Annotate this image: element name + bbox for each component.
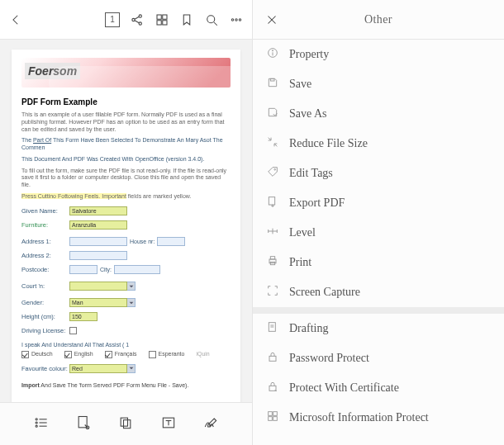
document-area[interactable]: Foersom PDF Form Example This is an exam… xyxy=(0,40,252,402)
english-checkbox[interactable] xyxy=(64,351,72,358)
svg-line-10 xyxy=(214,22,217,26)
copy-icon[interactable] xyxy=(117,414,134,433)
svg-rect-42 xyxy=(270,257,274,259)
print-icon xyxy=(266,254,279,271)
export-icon xyxy=(266,195,279,211)
menu-label: Property xyxy=(289,48,329,61)
separator xyxy=(253,307,504,314)
svg-point-16 xyxy=(36,422,37,424)
favcolour-label: Favourite colour: xyxy=(21,365,69,372)
height-input[interactable]: 150 xyxy=(69,312,97,321)
svg-rect-50 xyxy=(273,412,278,416)
chevron-down-icon xyxy=(127,364,136,373)
menu-save-as[interactable]: Save As xyxy=(253,99,504,129)
svg-point-1 xyxy=(139,14,141,17)
chevron-down-icon xyxy=(127,282,136,291)
menu-label: Save xyxy=(289,78,311,91)
back-icon[interactable] xyxy=(8,12,23,27)
share-icon[interactable] xyxy=(130,12,145,27)
other-menu-panel: Other Property Save Save As Reduce File … xyxy=(252,0,504,445)
svg-rect-36 xyxy=(269,197,274,205)
address1-input[interactable] xyxy=(69,237,127,246)
save-icon xyxy=(266,76,279,92)
lock-icon xyxy=(266,350,279,367)
housenr-input[interactable] xyxy=(157,237,185,246)
language-row: Deutsch English Français Esperanto iQuin xyxy=(21,349,231,362)
svg-rect-22 xyxy=(121,418,128,426)
address2-label: Address 2: xyxy=(21,252,69,259)
svg-line-33 xyxy=(269,138,271,140)
menu-save[interactable]: Save xyxy=(253,69,504,99)
certificate-icon xyxy=(266,380,279,396)
page-edit-icon[interactable] xyxy=(75,414,92,433)
openoffice-line: This Document And PDF Was Created With O… xyxy=(21,156,231,163)
given-name-input[interactable]: Salvatore xyxy=(69,206,127,215)
pdf-page: Foersom PDF Form Example This is an exam… xyxy=(12,50,240,402)
more-icon[interactable] xyxy=(229,12,244,27)
menu-protect-certificate[interactable]: Protect With Certificate xyxy=(253,373,504,403)
list-icon[interactable] xyxy=(33,414,50,433)
given-name-label: Given Name: xyxy=(21,207,69,215)
other-header: Other xyxy=(253,0,504,40)
city-label: City: xyxy=(100,267,112,272)
svg-point-2 xyxy=(139,21,141,24)
svg-rect-32 xyxy=(270,78,274,81)
svg-line-4 xyxy=(135,20,139,22)
menu-label: Microsoft Information Protect xyxy=(289,411,429,424)
menu-label: Edit Tags xyxy=(289,167,333,180)
francais-checkbox[interactable] xyxy=(105,351,112,358)
bottom-toolbar xyxy=(0,402,252,445)
city-input[interactable] xyxy=(114,265,160,274)
menu-edit-tags[interactable]: Edit Tags xyxy=(253,159,504,188)
deutsch-checkbox[interactable] xyxy=(21,351,29,358)
court-select[interactable] xyxy=(69,282,136,291)
svg-point-9 xyxy=(207,15,215,22)
svg-rect-7 xyxy=(157,20,161,24)
svg-point-31 xyxy=(272,50,273,51)
panel-title: Other xyxy=(279,13,478,26)
postcode-label: Postcode: xyxy=(21,266,69,273)
menu-reduce-size[interactable]: Reduce File Size xyxy=(253,129,504,159)
menu-list: Property Save Save As Reduce File Size E… xyxy=(253,40,504,445)
top-toolbar: 1 xyxy=(0,0,252,40)
esperanto-checkbox[interactable] xyxy=(149,351,156,358)
thumbnails-icon[interactable] xyxy=(155,12,169,27)
draft-icon xyxy=(266,320,279,337)
gender-select[interactable]: Man xyxy=(69,298,136,307)
postcode-input[interactable] xyxy=(69,265,97,274)
viewer-pane: 1 Foersom PDF Form Example This is an ex… xyxy=(0,0,252,445)
menu-label: Level xyxy=(289,226,316,239)
required-text: Press Cuttino Fottowing Feels. Important… xyxy=(21,193,231,201)
driving-checkbox[interactable] xyxy=(69,327,77,334)
menu-level[interactable]: Level xyxy=(253,218,504,248)
svg-point-0 xyxy=(132,18,135,21)
search-icon[interactable] xyxy=(204,12,219,27)
menu-label: Save As xyxy=(289,107,327,121)
svg-line-34 xyxy=(274,144,277,146)
height-label: Height (cm): xyxy=(21,313,69,320)
close-icon[interactable] xyxy=(264,12,279,27)
address2-input[interactable] xyxy=(69,251,127,260)
menu-drafting[interactable]: Drafting xyxy=(253,314,504,343)
menu-print[interactable]: Print xyxy=(253,248,504,277)
furniture-input[interactable]: Aranzulla xyxy=(69,220,127,230)
menu-property[interactable]: Property xyxy=(253,40,504,69)
menu-label: Export PDF xyxy=(289,196,345,210)
favcolour-select[interactable]: Red xyxy=(69,364,136,373)
menu-screen-capture[interactable]: Screen Capture xyxy=(253,277,504,307)
svg-rect-52 xyxy=(273,417,278,421)
signature-icon[interactable] xyxy=(202,414,219,433)
bookmark-icon[interactable] xyxy=(179,12,194,27)
chevron-down-icon xyxy=(127,298,136,307)
menu-label: Password Protect xyxy=(289,352,369,365)
grid-icon xyxy=(266,409,279,426)
fillout-text: To fill out the form, make sure the PDF … xyxy=(21,168,231,189)
svg-rect-51 xyxy=(269,417,273,421)
svg-rect-23 xyxy=(124,420,131,428)
menu-password-protect[interactable]: Password Protect xyxy=(253,343,504,373)
text-icon[interactable] xyxy=(160,414,177,433)
banner: Foersom xyxy=(21,58,231,88)
menu-mip[interactable]: Microsoft Information Protect xyxy=(253,403,504,433)
page-number-indicator[interactable]: 1 xyxy=(105,12,120,27)
menu-export-pdf[interactable]: Export PDF xyxy=(253,188,504,218)
